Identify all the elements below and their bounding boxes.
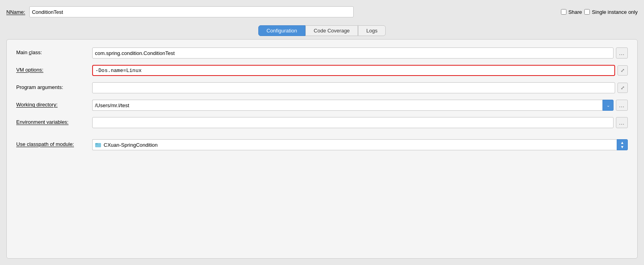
working-dir-input-wrap: ⌄ bbox=[92, 100, 614, 111]
classpath-value: CXuan-SpringCondition bbox=[104, 142, 158, 148]
tab-code-coverage[interactable]: Code Coverage bbox=[305, 25, 358, 36]
top-bar: NName: Share Single instance only bbox=[6, 6, 638, 17]
vm-options-label: VM options: bbox=[16, 65, 87, 73]
tab-logs[interactable]: Logs bbox=[358, 25, 386, 36]
share-checkbox[interactable] bbox=[561, 9, 566, 15]
share-group: Share bbox=[561, 9, 582, 15]
working-dir-browse-button[interactable]: ... bbox=[616, 100, 628, 111]
vm-options-expand-button[interactable]: ⤢ bbox=[617, 65, 628, 76]
main-class-control: ... bbox=[92, 47, 628, 59]
program-args-expand-button[interactable]: ⤢ bbox=[617, 83, 628, 93]
classpath-input-wrap: CXuan-SpringCondition ▲ ▼ bbox=[92, 139, 628, 150]
main-class-row: Main class: ... bbox=[16, 47, 628, 59]
chevron-down-icon: ▼ bbox=[620, 145, 624, 149]
env-vars-row: Environment variables: ... bbox=[16, 117, 628, 128]
main-class-label: Main class: bbox=[16, 47, 87, 55]
main-class-browse-button[interactable]: ... bbox=[616, 47, 628, 59]
working-dir-label: Working directory: bbox=[16, 100, 87, 108]
name-label: NName: bbox=[6, 9, 25, 15]
working-dir-control: ⌄ ... bbox=[92, 100, 628, 111]
tab-bar: Configuration Code Coverage Logs bbox=[6, 22, 638, 39]
module-icon bbox=[95, 142, 101, 148]
program-args-label: Program arguments: bbox=[16, 82, 87, 90]
chevron-down-icon: ⌄ bbox=[606, 103, 610, 108]
program-args-input[interactable] bbox=[92, 82, 615, 93]
tab-configuration[interactable]: Configuration bbox=[258, 25, 305, 36]
vm-options-control: ⤢ bbox=[92, 65, 628, 76]
classpath-control: CXuan-SpringCondition ▲ ▼ bbox=[92, 139, 628, 150]
share-label: Share bbox=[568, 9, 582, 15]
classpath-label: Use classpath of module: bbox=[16, 139, 87, 147]
single-instance-label: Single instance only bbox=[592, 9, 638, 15]
env-vars-control: ... bbox=[92, 117, 628, 128]
vm-options-row: VM options: ⤢ bbox=[16, 65, 628, 76]
classpath-row: Use classpath of module: CXuan-SpringCon… bbox=[16, 139, 628, 150]
vm-options-input[interactable] bbox=[92, 65, 615, 76]
separator bbox=[16, 134, 628, 139]
program-args-row: Program arguments: ⤢ bbox=[16, 82, 628, 93]
classpath-spinner-button[interactable]: ▲ ▼ bbox=[617, 139, 628, 150]
env-vars-browse-button[interactable]: ... bbox=[616, 117, 628, 128]
single-instance-group: Single instance only bbox=[584, 9, 638, 15]
program-args-control: ⤢ bbox=[92, 82, 628, 93]
env-vars-label: Environment variables: bbox=[16, 117, 87, 125]
working-dir-row: Working directory: ⌄ ... bbox=[16, 100, 628, 111]
svg-rect-1 bbox=[95, 143, 98, 144]
working-dir-chevron-button[interactable]: ⌄ bbox=[602, 100, 614, 111]
classpath-input[interactable]: CXuan-SpringCondition bbox=[92, 139, 617, 150]
right-options: Share Single instance only bbox=[561, 9, 638, 15]
name-input[interactable] bbox=[29, 6, 354, 17]
env-vars-input[interactable] bbox=[92, 117, 614, 128]
main-panel: Main class: ... VM options: ⤢ Program ar… bbox=[6, 39, 638, 259]
main-class-input[interactable] bbox=[92, 47, 614, 59]
single-instance-checkbox[interactable] bbox=[584, 9, 590, 15]
working-dir-input[interactable] bbox=[92, 100, 602, 111]
chevron-up-icon: ▲ bbox=[620, 141, 624, 145]
